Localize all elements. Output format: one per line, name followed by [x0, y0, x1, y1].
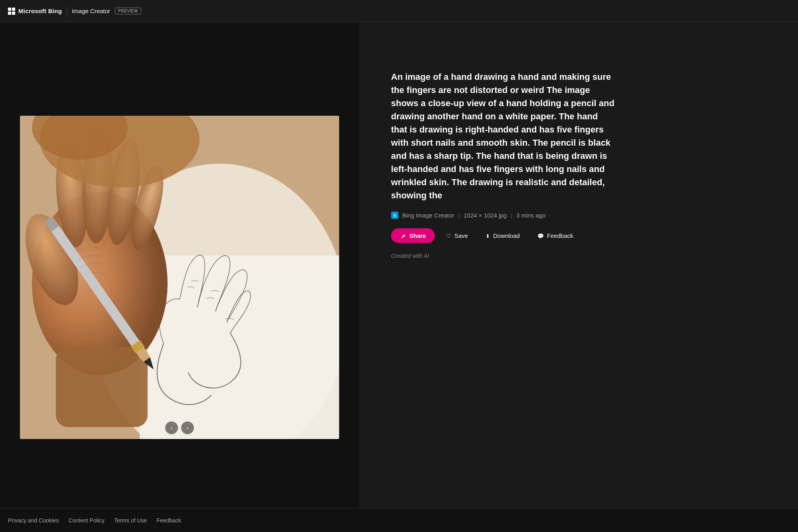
download-button[interactable]: Download	[479, 228, 526, 243]
image-area: ‹ ›	[0, 22, 359, 532]
image-description: An image of a hand drawing a hand and ma…	[391, 70, 614, 202]
meta-time: 3 mins ago	[516, 212, 545, 219]
next-image-button[interactable]: ›	[181, 421, 194, 434]
save-label: Save	[454, 232, 468, 239]
feedback-button[interactable]: Feedback	[531, 228, 580, 243]
prev-image-button[interactable]: ‹	[165, 421, 178, 434]
save-button[interactable]: Save	[440, 228, 474, 243]
bing-logo-small: b	[391, 212, 398, 219]
image-controls: ‹ ›	[165, 421, 194, 434]
svg-rect-9	[56, 347, 148, 427]
download-label: Download	[493, 232, 520, 239]
preview-badge: PREVIEW	[115, 8, 141, 14]
meta-source: Bing Image Creator	[402, 212, 454, 219]
image-container: ‹ ›	[20, 116, 339, 439]
right-panel: An image of a hand drawing a hand and ma…	[359, 22, 798, 532]
footer-link-feedback[interactable]: Feedback	[156, 517, 181, 524]
footer-link-privacy[interactable]: Privacy and Cookies	[8, 517, 59, 524]
share-button[interactable]: Share	[391, 228, 435, 243]
footer-link-content-policy[interactable]: Content Policy	[69, 517, 105, 524]
feedback-icon	[537, 232, 544, 239]
meta-sep-1: |	[458, 212, 460, 219]
feedback-label: Feedback	[547, 232, 573, 239]
download-icon	[486, 232, 490, 239]
image-svg	[20, 116, 339, 439]
brand-name: Microsoft Bing	[18, 8, 62, 14]
app-header: Microsoft Bing Image Creator PREVIEW	[0, 0, 798, 22]
windows-icon	[8, 8, 15, 15]
share-icon	[400, 233, 406, 239]
footer: Privacy and Cookies Content Policy Terms…	[0, 508, 798, 532]
brand-logo[interactable]: Microsoft Bing	[8, 8, 62, 15]
meta-info: b Bing Image Creator | 1024 × 1024 jpg |…	[391, 212, 766, 219]
header-divider	[67, 6, 67, 16]
generated-image	[20, 116, 339, 439]
created-with-ai-label: Created with AI	[391, 253, 766, 259]
meta-dimensions: 1024 × 1024 jpg	[464, 212, 507, 219]
share-label: Share	[409, 232, 426, 239]
app-name: Image Creator	[72, 8, 110, 14]
main-content: ‹ › An image of a hand drawing a hand an…	[0, 0, 798, 532]
action-buttons: Share Save Download Feedback	[391, 228, 766, 243]
save-icon	[446, 232, 451, 239]
meta-sep-2: |	[511, 212, 512, 219]
footer-link-terms[interactable]: Terms of Use	[114, 517, 147, 524]
svg-rect-2	[140, 255, 339, 439]
